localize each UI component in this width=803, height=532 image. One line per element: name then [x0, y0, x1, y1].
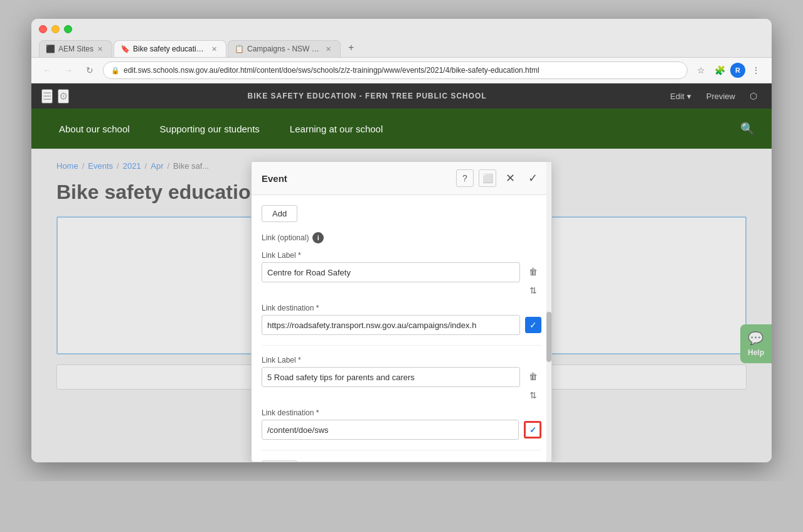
link-dest-2-input-wrap [262, 420, 519, 440]
address-text: edit.sws.schools.nsw.gov.au/editor.html/… [124, 66, 679, 75]
modal-header: Event ? ⬜ ✕ ✓ [252, 162, 551, 195]
tab-aem-favicon: ⬛ [46, 45, 55, 53]
tab-bike-label: Bike safety education - Fern Tr... [133, 45, 208, 53]
more-button[interactable]: ⋮ [748, 62, 764, 78]
link-dest-2-container: Link destination * ✓ [262, 408, 541, 440]
preview-button[interactable]: Preview [701, 89, 740, 104]
tab-campaigns[interactable]: 📋 Campaigns - NSW Centre for R... ✕ [228, 40, 341, 57]
link-dest-2-row: ✓ [262, 420, 541, 440]
add-link-button-bottom[interactable]: Add [262, 460, 297, 462]
link-group-1: Link Label * 🗑 ⇅ L [262, 251, 541, 346]
link-group-2: Link Label * 🗑 ⇅ L [262, 356, 541, 450]
new-tab-button[interactable]: + [342, 38, 360, 57]
traffic-lights [39, 25, 764, 33]
link-optional-text: Link (optional) [262, 233, 309, 242]
link-dest-1-checkbox[interactable]: ✓ [525, 317, 541, 333]
modal-confirm-button[interactable]: ✓ [524, 169, 541, 187]
aem-settings-button[interactable]: ⚙ [58, 89, 69, 104]
modal-body: Add Link (optional) i Link Label * [252, 195, 551, 462]
edit-button[interactable]: Edit ▾ [665, 89, 696, 104]
link-dest-2-label: Link destination * [262, 408, 541, 417]
minimize-traffic-light[interactable] [51, 25, 60, 33]
tabs-bar: ⬛ AEM Sites ✕ 🔖 Bike safety education - … [39, 38, 764, 57]
link-label-1-actions: 🗑 ⇅ [525, 251, 541, 299]
link-label-1-label: Link Label * [262, 251, 520, 260]
page-content: Home / Events / 2021 / Apr / Bike saf...… [31, 149, 772, 462]
sidebar-toggle-button[interactable]: ☰ [41, 89, 53, 104]
link-dest-1-input[interactable] [262, 315, 520, 335]
scrollbar-thumb[interactable] [546, 312, 551, 362]
modal-title: Event [262, 173, 451, 184]
scrollbar-track [546, 162, 551, 462]
site-nav: About our school Supporting our students… [31, 109, 772, 149]
modal-close-button[interactable]: ✕ [501, 169, 519, 187]
tab-bike-close[interactable]: ✕ [211, 45, 217, 53]
aem-topbar-actions: Edit ▾ Preview ⬡ [665, 88, 762, 104]
aem-topbar: ☰ ⚙ BIKE SAFETY EDUCATION - FERN TREE PU… [31, 83, 772, 109]
link-dest-1-input-wrap [262, 315, 520, 335]
browser-toolbar: ← → ↻ 🔒 edit.sws.schools.nsw.gov.au/edit… [31, 58, 772, 83]
refresh-button[interactable]: ↻ [82, 62, 98, 78]
nav-learning-label: Learning at our school [290, 124, 383, 134]
browser-window: ⬛ AEM Sites ✕ 🔖 Bike safety education - … [31, 19, 772, 462]
tab-bike-favicon: 🔖 [120, 45, 129, 53]
lock-icon: 🔒 [111, 66, 120, 75]
nav-item-learning[interactable]: Learning at our school [275, 111, 398, 147]
link-dest-2-input[interactable] [262, 420, 519, 440]
link-optional-info-icon[interactable]: i [312, 232, 324, 243]
edit-label: Edit [670, 92, 684, 101]
close-traffic-light[interactable] [39, 25, 47, 33]
address-bar[interactable]: 🔒 edit.sws.schools.nsw.gov.au/editor.htm… [103, 61, 688, 79]
maximize-traffic-light[interactable] [64, 25, 72, 33]
nav-about-label: About our school [59, 124, 130, 134]
share-button[interactable]: ⬡ [745, 88, 762, 104]
move-link-1-button[interactable]: ⇅ [525, 282, 541, 299]
tab-bike[interactable]: 🔖 Bike safety education - Fern Tr... ✕ [114, 40, 226, 57]
link-optional-section: Link (optional) i [262, 232, 541, 243]
tab-campaigns-label: Campaigns - NSW Centre for R... [247, 45, 322, 53]
tab-aem[interactable]: ⬛ AEM Sites ✕ [39, 40, 112, 57]
search-icon[interactable]: 🔍 [735, 117, 759, 141]
link-label-2-field: Link Label * [262, 356, 520, 387]
user-avatar[interactable]: R [730, 63, 745, 78]
bookmark-button[interactable]: ☆ [693, 62, 709, 78]
move-link-2-button[interactable]: ⇅ [525, 387, 541, 403]
nav-supporting-label: Supporting our students [160, 124, 260, 134]
toolbar-actions: ☆ 🧩 R ⋮ [693, 62, 764, 78]
delete-link-1-button[interactable]: 🗑 [525, 263, 541, 280]
extension-button[interactable]: 🧩 [711, 62, 728, 78]
modal-overlay: Event ? ⬜ ✕ ✓ Add Link (optional) i [31, 149, 772, 462]
link-dest-2-checkbox[interactable]: ✓ [524, 421, 541, 439]
nav-item-about[interactable]: About our school [44, 111, 145, 147]
add-link-button-top[interactable]: Add [262, 205, 297, 222]
preview-label: Preview [706, 92, 735, 101]
link-label-2-actions: 🗑 ⇅ [525, 356, 541, 403]
link-label-2-row: Link Label * 🗑 ⇅ [262, 356, 541, 403]
back-button[interactable]: ← [39, 62, 55, 78]
tab-aem-label: AEM Sites [58, 45, 93, 53]
forward-button[interactable]: → [60, 62, 77, 78]
tab-aem-close[interactable]: ✕ [97, 45, 103, 53]
modal-frame-icon[interactable]: ⬜ [479, 169, 496, 187]
link-dest-1-row: ✓ [262, 315, 541, 335]
nav-item-supporting[interactable]: Supporting our students [145, 111, 275, 147]
browser-titlebar: ⬛ AEM Sites ✕ 🔖 Bike safety education - … [31, 19, 772, 58]
modal-help-icon[interactable]: ? [456, 169, 474, 187]
delete-link-2-button[interactable]: 🗑 [525, 368, 541, 385]
link-dest-1-label: Link destination * [262, 304, 541, 312]
link-label-2-input[interactable] [262, 367, 520, 387]
link-dest-1-container: Link destination * ✓ [262, 304, 541, 335]
link-label-1-input[interactable] [262, 262, 520, 282]
aem-page-title: BIKE SAFETY EDUCATION - FERN TREE PUBLIC… [74, 92, 660, 100]
edit-chevron-icon: ▾ [687, 92, 691, 101]
tab-campaigns-close[interactable]: ✕ [326, 45, 331, 53]
link-label-2-label: Link Label * [262, 356, 520, 364]
link-label-1-row: Link Label * 🗑 ⇅ [262, 251, 541, 299]
tab-campaigns-favicon: 📋 [235, 45, 243, 53]
link-label-1-field: Link Label * [262, 251, 520, 282]
event-modal: Event ? ⬜ ✕ ✓ Add Link (optional) i [251, 161, 552, 462]
